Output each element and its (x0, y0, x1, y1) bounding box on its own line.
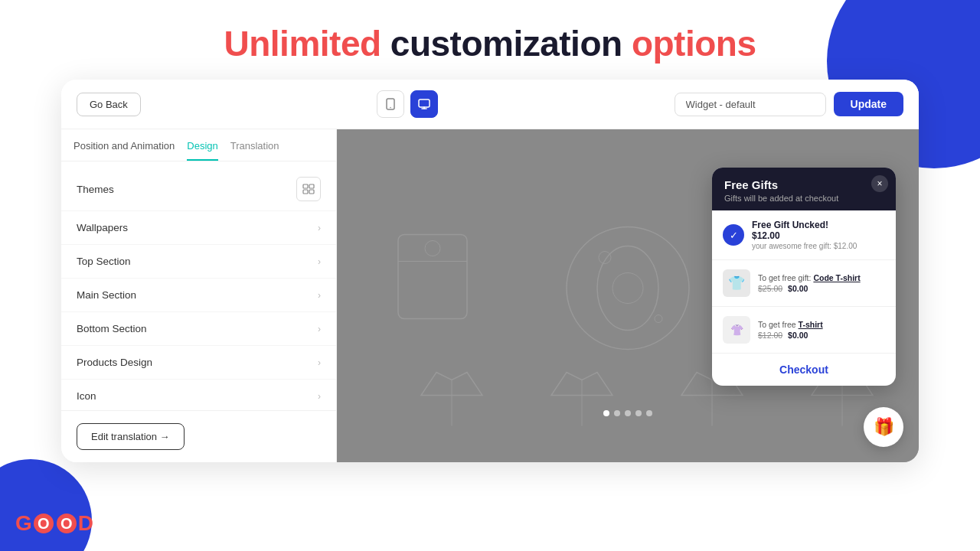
gift-item-3: 👚 To get free T-shirt $12.00 $0.00 (712, 307, 896, 353)
header-customization: customization (390, 24, 632, 64)
price-new-2: $0.00 (788, 284, 808, 293)
toolbar: Go Back Update (61, 80, 919, 129)
gift-info-2: To get free gift: Code T-shirt $25.00 $0… (758, 273, 885, 293)
gift-link-3[interactable]: T-shirt (799, 320, 823, 329)
gift-image-2: 👕 (723, 269, 750, 297)
sidebar: Position and Animation Design Translatio… (61, 129, 337, 462)
svg-point-9 (612, 273, 643, 304)
svg-point-10 (599, 252, 611, 264)
gift-price-1: $12.00 (752, 230, 885, 241)
svg-rect-6 (309, 190, 314, 194)
toolbar-right: Update (675, 92, 903, 116)
sidebar-item-products-design[interactable]: Products Design › (61, 346, 336, 380)
gift-name-1: Free Gift Uncked! (752, 220, 885, 230)
header-unlimited: Unlimited (224, 24, 381, 64)
gift-info-3: To get free T-shirt $12.00 $0.00 (758, 320, 885, 340)
logo: G O O D (15, 511, 93, 536)
edit-translation-button[interactable]: Edit translation → (77, 423, 185, 450)
svg-rect-12 (398, 235, 467, 319)
sidebar-item-wallpapers[interactable]: Wallpapers › (61, 211, 336, 245)
themes-icon (296, 177, 321, 201)
svg-point-11 (655, 315, 662, 323)
sidebar-item-themes[interactable]: Themes (61, 168, 336, 211)
content-area: Position and Animation Design Translatio… (61, 129, 919, 462)
pagination-dots (603, 410, 652, 416)
checkout-link[interactable]: Checkout (779, 364, 828, 376)
tab-translation[interactable]: Translation (230, 140, 279, 161)
dot-2 (614, 410, 620, 416)
gift-to-get-3: To get free T-shirt (758, 320, 885, 329)
chevron-right-icon: › (318, 324, 321, 334)
chevron-right-icon: › (318, 256, 321, 267)
bg-circle-bottom-left (0, 459, 92, 551)
svg-rect-4 (309, 184, 314, 188)
preview-area: Free Gifts Gifts will be added at checko… (337, 129, 919, 462)
sidebar-item-main-section[interactable]: Main Section › (61, 279, 336, 312)
gift-image-3: 👚 (723, 316, 750, 344)
chevron-right-icon: › (318, 391, 321, 402)
logo-g: G (15, 511, 32, 536)
dot-1 (603, 410, 609, 416)
svg-rect-3 (303, 184, 308, 188)
mobile-device-button[interactable] (377, 90, 404, 118)
svg-rect-5 (303, 190, 308, 194)
popup-body: ✓ Free Gift Uncked! $12.00 your awesome … (712, 210, 896, 353)
popup-header: Free Gifts Gifts will be added at checko… (712, 168, 896, 210)
chevron-right-icon: › (318, 357, 321, 368)
sidebar-items: Themes Wallpapers › (61, 161, 336, 410)
sidebar-tabs: Position and Animation Design Translatio… (61, 129, 336, 161)
sidebar-item-icon[interactable]: Icon › (61, 380, 336, 410)
popup-title: Free Gifts (724, 178, 884, 191)
popup-close-button[interactable]: × (871, 175, 888, 192)
go-back-button[interactable]: Go Back (77, 93, 141, 116)
chevron-right-icon: › (318, 290, 321, 301)
sidebar-item-top-section[interactable]: Top Section › (61, 245, 336, 279)
dot-5 (646, 410, 652, 416)
logo-d: D (78, 511, 93, 536)
gift-prices-3: $12.00 $0.00 (758, 331, 885, 340)
chevron-right-icon: › (318, 223, 321, 233)
widget-input[interactable] (675, 93, 826, 116)
gift-float-button[interactable]: 🎁 (864, 407, 903, 447)
svg-rect-2 (419, 99, 430, 107)
free-gifts-popup: Free Gifts Gifts will be added at checko… (712, 168, 896, 386)
sidebar-item-bottom-section[interactable]: Bottom Section › (61, 312, 336, 346)
price-new-3: $0.00 (788, 331, 808, 340)
price-old-2: $25.00 (758, 284, 782, 293)
sidebar-footer: Edit translation → (61, 410, 336, 462)
gift-item-1: ✓ Free Gift Uncked! $12.00 your awesome … (712, 210, 896, 260)
svg-point-7 (567, 227, 689, 350)
gift-link-2[interactable]: Code T-shirt (813, 273, 860, 282)
popup-subtitle: Gifts will be added at checkout (724, 194, 884, 203)
update-button[interactable]: Update (834, 92, 903, 116)
svg-point-14 (425, 241, 440, 256)
gift-info-1: Free Gift Uncked! $12.00 your awesome fr… (752, 220, 885, 250)
logo-o1: O (34, 514, 54, 533)
main-card: Go Back Update (61, 80, 919, 462)
gift-item-2: 👕 To get free gift: Code T-shirt $25.00 … (712, 260, 896, 307)
svg-point-1 (390, 107, 391, 109)
tab-position-animation[interactable]: Position and Animation (74, 140, 175, 161)
svg-point-8 (597, 246, 658, 331)
price-old-3: $12.00 (758, 331, 782, 340)
logo-o2: O (57, 514, 77, 533)
gift-prices-2: $25.00 $0.00 (758, 284, 885, 293)
header-options: options (632, 24, 756, 64)
dot-4 (635, 410, 642, 416)
desktop-device-button[interactable] (410, 90, 438, 118)
gift-desc-1: your awesome free gift: $12.00 (752, 242, 885, 250)
logo-area: G O O D (15, 511, 93, 536)
dot-3 (625, 410, 631, 416)
popup-footer: Checkout (712, 353, 896, 386)
toolbar-center (150, 90, 665, 118)
gift-to-get-2: To get free gift: Code T-shirt (758, 273, 885, 282)
tab-design[interactable]: Design (187, 140, 217, 161)
page-header: Unlimited customization options (0, 0, 980, 80)
gift-check-icon: ✓ (723, 224, 744, 246)
